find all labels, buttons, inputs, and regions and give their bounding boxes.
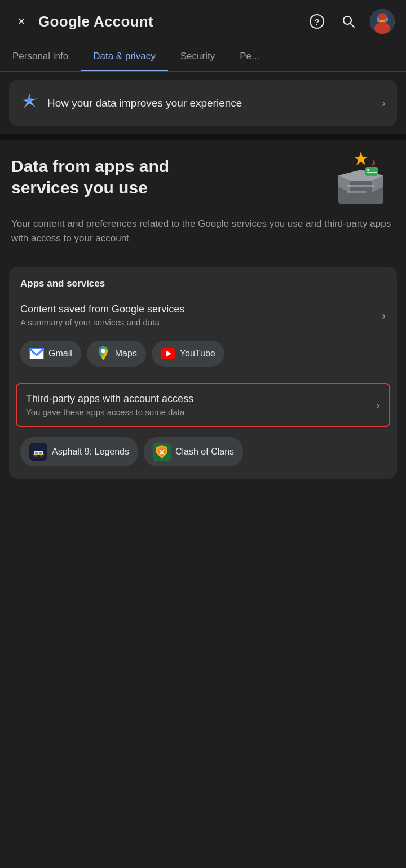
close-button[interactable]: × (11, 14, 32, 29)
avatar[interactable] (370, 9, 395, 34)
apps-data-section: Data from apps and services you use ♪ (0, 140, 406, 259)
clash-icon: ⚔ (153, 443, 171, 461)
apps-section-description: Your content and preferences related to … (11, 217, 395, 245)
third-party-subtitle: You gave these apps access to some data (26, 407, 369, 417)
svg-rect-21 (365, 167, 378, 176)
svg-rect-33 (39, 452, 42, 454)
youtube-chip[interactable]: YouTube (152, 341, 224, 367)
svg-rect-18 (347, 191, 367, 193)
svg-text:?: ? (314, 17, 319, 27)
maps-icon (96, 346, 111, 361)
maps-chip[interactable]: Maps (87, 341, 146, 367)
youtube-icon (161, 346, 175, 361)
gmail-chip[interactable]: Gmail (20, 341, 81, 367)
page-title: Google Account (38, 13, 300, 30)
apps-section-header: Data from apps and services you use ♪ (11, 156, 395, 206)
section-divider (0, 134, 406, 140)
svg-rect-9 (385, 18, 388, 21)
data-improve-text: How your data improves your experience (47, 96, 373, 111)
content-saved-row[interactable]: Content saved from Google services A sum… (9, 294, 397, 336)
help-icon[interactable]: ? (307, 11, 327, 32)
data-improve-card: How your data improves your experience › (9, 80, 397, 126)
content-saved-content: Content saved from Google services A sum… (20, 303, 375, 327)
search-icon[interactable] (338, 11, 359, 32)
tab-data-privacy[interactable]: Data & privacy (81, 43, 168, 72)
third-party-row[interactable]: Third-party apps with account access You… (16, 383, 390, 427)
gmail-label: Gmail (48, 349, 72, 359)
third-party-content: Third-party apps with account access You… (26, 393, 369, 417)
spark-icon (20, 92, 38, 114)
svg-rect-8 (377, 18, 379, 21)
youtube-play-icon (166, 350, 171, 357)
svg-rect-32 (35, 452, 38, 454)
clash-label: Clash of Clans (175, 447, 234, 457)
google-apps-chips: Gmail (9, 336, 397, 377)
content-saved-subtitle: A summary of your services and data (20, 318, 375, 327)
third-party-apps-chips: Asphalt 9: Legends ⚔ Clash of Clans (9, 433, 397, 479)
svg-line-3 (351, 24, 355, 28)
apps-services-card: Apps and services Content saved from Goo… (9, 267, 397, 479)
youtube-icon-box (161, 348, 175, 359)
svg-point-28 (101, 349, 105, 353)
svg-marker-19 (354, 152, 368, 165)
maps-label: Maps (115, 349, 137, 359)
content-saved-title: Content saved from Google services (20, 303, 375, 315)
apps-illustration: ♪ (327, 150, 395, 206)
chevron-right-icon: › (382, 96, 386, 109)
asphalt-chip[interactable]: Asphalt 9: Legends (20, 437, 138, 466)
apps-section-title: Data from apps and services you use (11, 156, 226, 198)
third-party-inner-row[interactable]: Third-party apps with account access You… (17, 384, 389, 426)
content-saved-chevron-icon: › (382, 309, 386, 322)
tab-people[interactable]: Pe... (227, 43, 272, 72)
svg-point-7 (374, 23, 390, 34)
tab-security[interactable]: Security (168, 43, 227, 72)
svg-point-22 (367, 169, 369, 171)
header-icons: ? (307, 9, 395, 34)
tabs-bar: Personal info Data & privacy Security Pe… (0, 43, 406, 72)
third-party-wrapper: Third-party apps with account access You… (9, 377, 397, 433)
third-party-title: Third-party apps with account access (26, 393, 369, 405)
asphalt-label: Asphalt 9: Legends (52, 447, 129, 457)
tab-personal-info[interactable]: Personal info (0, 43, 81, 72)
svg-text:⚔: ⚔ (158, 448, 165, 456)
svg-rect-10 (379, 20, 385, 22)
apps-services-header: Apps and services (9, 267, 397, 294)
asphalt-icon (29, 443, 47, 461)
clash-chip[interactable]: ⚔ Clash of Clans (144, 437, 243, 466)
svg-rect-36 (33, 454, 44, 455)
svg-rect-17 (347, 185, 375, 187)
svg-text:♪: ♪ (371, 157, 376, 168)
data-improve-row[interactable]: How your data improves your experience › (9, 80, 397, 126)
third-party-chevron-icon: › (376, 399, 380, 412)
youtube-label: YouTube (180, 349, 215, 359)
header: × Google Account ? (0, 0, 406, 43)
gmail-icon (29, 346, 44, 361)
